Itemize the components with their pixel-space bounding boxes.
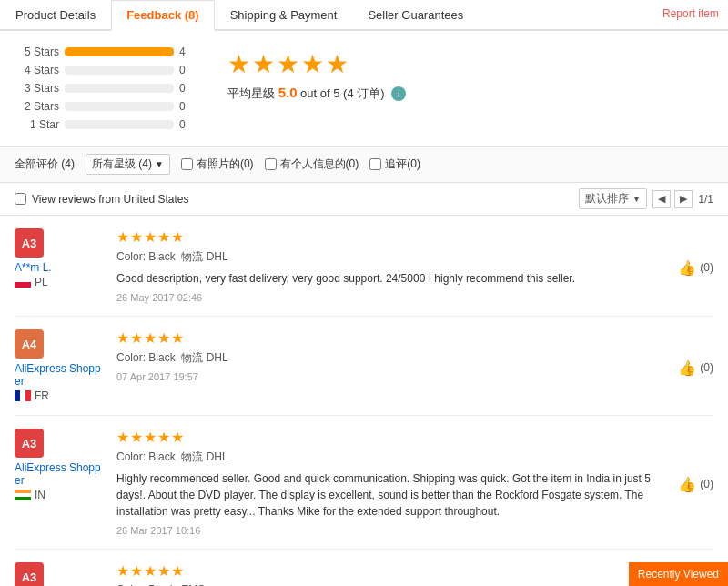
view-us-right: 默认排序 ▼ ◀ ▶ 1/1	[579, 188, 713, 209]
filter-all[interactable]: 全部评价 (4)	[15, 157, 75, 172]
review-stars: ★★★★★	[116, 429, 667, 446]
reviewer-name[interactable]: AliExpress Shopper	[15, 461, 106, 487]
rating-orders: (4 订单)	[343, 86, 385, 100]
rating-summary: 5 Stars 4 4 Stars 0 3 Stars 0 2 Stars 0 …	[0, 31, 728, 146]
thumbs-up-icon: 👍	[678, 359, 696, 377]
rating-prefix: 平均星级	[228, 86, 275, 100]
rating-value: 5.0	[278, 85, 298, 100]
reviewer-country: PL	[15, 276, 106, 288]
review-star: ★	[130, 429, 143, 446]
tab-product-details[interactable]: Product Details	[0, 0, 111, 29]
star-1: ★	[228, 49, 250, 79]
bar-bg-1	[65, 66, 174, 75]
prev-page-button[interactable]: ◀	[652, 190, 671, 208]
tab-bar: Product Details Feedback (8) Shipping & …	[0, 0, 728, 31]
review-text: Highly recommenced seller. Good and quic…	[116, 470, 667, 520]
filter-photo-checkbox[interactable]: 有照片的(0)	[181, 157, 254, 172]
table-row: A3 A**m L. PL ★★★★★ Color: Black 物流 DHL …	[15, 216, 713, 317]
reviewer-avatar: A3	[15, 228, 44, 258]
review-star: ★	[171, 329, 184, 347]
bar-bg-3	[65, 102, 174, 111]
tab-feedback[interactable]: Feedback (8)	[111, 0, 214, 31]
star-5: ★	[326, 49, 349, 79]
bar-count-4: 0	[179, 118, 197, 131]
recently-viewed-button[interactable]: Recently Viewed	[629, 562, 728, 586]
info-icon[interactable]: i	[391, 86, 406, 101]
star-bar-row-1: 4 Stars 0	[18, 64, 200, 76]
tab-seller[interactable]: Seller Guarantees	[352, 0, 479, 29]
review-star: ★	[157, 329, 170, 347]
filter-personal-label: 有个人信息的(0)	[280, 157, 359, 172]
star-2: ★	[252, 49, 275, 79]
next-page-button[interactable]: ▶	[674, 190, 693, 208]
bar-bg-4	[65, 120, 174, 129]
reviewer-avatar: A3	[15, 562, 44, 586]
filter-stars-label: 所有星级 (4)	[92, 157, 152, 172]
star-bar-label-3: 2 Stars	[18, 100, 59, 113]
flag-icon	[15, 490, 31, 500]
sort-chevron-icon: ▼	[632, 194, 641, 204]
bar-fill-0	[65, 47, 174, 56]
report-item-link[interactable]: Report item	[653, 0, 728, 29]
photo-checkbox-input[interactable]	[181, 158, 193, 170]
table-row: A3 O**g Y. RU ★★★★★ Color: Black EMS поп…	[15, 550, 713, 586]
review-star: ★	[144, 429, 157, 446]
bar-count-2: 0	[179, 82, 197, 95]
star-4: ★	[301, 49, 324, 79]
review-content: ★★★★★ Color: Black 物流 DHL Good descripti…	[116, 228, 667, 303]
review-stars: ★★★★★	[116, 329, 667, 347]
review-like-button[interactable]: 👍 (0)	[678, 329, 713, 402]
review-star: ★	[130, 562, 143, 580]
star-bar-row-4: 1 Star 0	[18, 118, 200, 131]
review-stars: ★★★★★	[116, 228, 667, 246]
sort-dropdown[interactable]: 默认排序 ▼	[579, 188, 647, 209]
reviewer-country: IN	[15, 489, 106, 501]
tab-shipping[interactable]: Shipping & Payment	[215, 0, 353, 29]
star-3: ★	[277, 49, 299, 79]
review-star: ★	[116, 228, 129, 246]
review-star: ★	[171, 228, 184, 246]
reviewer-name[interactable]: A**m L.	[15, 261, 106, 274]
review-star: ★	[171, 562, 184, 580]
review-star: ★	[130, 228, 143, 246]
review-star: ★	[157, 562, 170, 580]
filter-photo-label: 有照片的(0)	[197, 157, 254, 172]
star-bar-row-0: 5 Stars 4	[18, 45, 200, 58]
bar-count-0: 4	[179, 45, 197, 58]
reviewer-name[interactable]: AliExpress Shopper	[15, 362, 106, 388]
review-content: ★★★★★ Color: Black EMS попросил камеру а…	[116, 562, 667, 586]
star-bar-label-2: 3 Stars	[18, 82, 59, 95]
review-date: 07 Apr 2017 19:57	[116, 371, 667, 382]
reviewer-info: A3 O**g Y. RU	[15, 562, 106, 586]
like-count: (0)	[700, 361, 713, 374]
star-bar-label-0: 5 Stars	[18, 45, 59, 58]
chase-checkbox-input[interactable]	[369, 158, 381, 170]
bar-bg-0	[65, 47, 174, 56]
review-content: ★★★★★ Color: Black 物流 DHL Highly recomme…	[116, 429, 667, 536]
star-bar-label-4: 1 Star	[18, 118, 59, 131]
review-like-button[interactable]: 👍 (0)	[678, 429, 713, 536]
review-meta: Color: Black 物流 DHL	[116, 249, 667, 265]
personal-checkbox-input[interactable]	[265, 158, 277, 170]
sort-label: 默认排序	[585, 192, 629, 205]
filter-chase-label: 追评(0)	[385, 157, 420, 172]
page-nav: ◀ ▶	[652, 190, 693, 208]
review-content: ★★★★★ Color: Black 物流 DHL 07 Apr 2017 19…	[116, 329, 667, 402]
thumbs-up-icon: 👍	[678, 259, 696, 277]
review-star: ★	[144, 329, 157, 347]
rating-stars-display: ★ ★ ★ ★ ★	[228, 49, 349, 79]
reviews-list: A3 A**m L. PL ★★★★★ Color: Black 物流 DHL …	[0, 216, 728, 586]
review-like-button[interactable]: 👍 (0)	[678, 228, 713, 303]
filter-stars-dropdown[interactable]: 所有星级 (4) ▼	[86, 154, 170, 175]
view-us-checkbox[interactable]	[15, 193, 26, 205]
review-star: ★	[171, 429, 184, 446]
chevron-down-icon: ▼	[155, 159, 164, 169]
view-us-bar: View reviews from United States 默认排序 ▼ ◀…	[0, 183, 728, 216]
country-code: PL	[35, 276, 48, 288]
filter-chase-checkbox[interactable]: 追评(0)	[369, 157, 420, 172]
flag-icon	[15, 277, 31, 288]
review-star: ★	[144, 562, 157, 580]
filter-personal-checkbox[interactable]: 有个人信息的(0)	[265, 157, 359, 172]
review-date: 26 May 2017 02:46	[116, 292, 667, 303]
review-star: ★	[157, 429, 170, 446]
